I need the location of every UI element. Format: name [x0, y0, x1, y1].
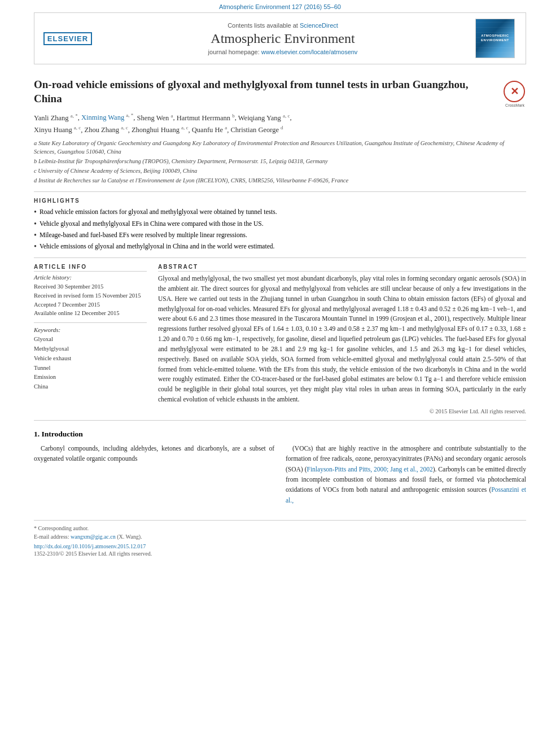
- abstract-section: ABSTRACT Glyoxal and methylglyoxal, the …: [158, 264, 526, 414]
- author-zhonghui-huang: Zhonghui Huang a, c: [132, 126, 189, 134]
- author-sheng-wen: Sheng Wen a: [137, 114, 173, 122]
- issn-line: 1352-2310/© 2015 Elsevier Ltd. All right…: [34, 551, 526, 557]
- journal-name: Atmospheric Environment: [93, 31, 473, 46]
- highlight-text-2: Vehicle glyoxal and methylglyoxal EFs in…: [40, 219, 264, 229]
- highlights-label: HIGHLIGHTS: [34, 198, 526, 204]
- separator-2: [34, 257, 526, 258]
- article-history-label: Article history:: [34, 274, 147, 281]
- bullet-2: •: [34, 219, 37, 229]
- author-hartmut-herrmann: Hartmut Herrmann b: [177, 114, 235, 122]
- homepage-line: journal homepage: www.elsevier.com/locat…: [93, 49, 473, 55]
- crossmark-icon: ✕: [504, 81, 525, 102]
- keyword-glyoxal: Glyoxal: [34, 335, 147, 344]
- journal-citation: Atmospheric Environment 127 (2016) 55–60: [0, 0, 560, 12]
- authors-list: Yanli Zhang a, *, Xinming Wang a, *, She…: [34, 111, 526, 135]
- intro-left-col: Carbonyl compounds, including aldehydes,…: [34, 443, 274, 509]
- crossmark-label: CrossMark: [504, 103, 526, 107]
- article-history: Article history: Received 30 September 2…: [34, 274, 147, 318]
- article-info-column: ARTICLE INFO Article history: Received 3…: [34, 264, 147, 414]
- affiliation-b: b Leibniz-Institut für Troposphärenforsc…: [34, 157, 526, 166]
- footnote-corresponding: * Corresponding author.: [34, 524, 526, 532]
- article-title: On-road vehicle emissions of glyoxal and…: [34, 78, 526, 106]
- bullet-4: •: [34, 242, 37, 252]
- footnote-email: E-mail address: wangxm@gig.ac.cn (X. Wan…: [34, 532, 526, 541]
- accepted-date: Accepted 7 December 2015: [34, 300, 147, 309]
- affiliation-a: a State Key Laboratory of Organic Geoche…: [34, 139, 526, 157]
- abstract-column: ABSTRACT Glyoxal and methylglyoxal, the …: [158, 264, 526, 414]
- elsevier-logo: ELSEVIER: [43, 32, 92, 45]
- available-date: Available online 12 December 2015: [34, 309, 147, 318]
- affiliations: a State Key Laboratory of Organic Geoche…: [34, 139, 526, 185]
- journal-thumbnail: ATMOSPHERIC ENVIRONMENT: [475, 19, 515, 58]
- keyword-vehicle-exhaust: Vehicle exhaust: [34, 354, 147, 364]
- highlight-item-4: • Vehicle emissions of glyoxal and methy…: [34, 242, 526, 252]
- intro-right-text: (VOCs) that are highly reactive in the a…: [286, 443, 526, 505]
- sciencedirect-link[interactable]: ScienceDirect: [300, 22, 338, 29]
- publisher-logo-area: ELSEVIER: [42, 32, 93, 45]
- thumb-text: ATMOSPHERIC ENVIRONMENT: [476, 32, 514, 45]
- highlights-section: HIGHLIGHTS • Road vehicle emission facto…: [34, 198, 526, 252]
- author-yanli-zhang: Yanli Zhang a, *: [34, 114, 78, 122]
- email-link[interactable]: wangxm@gig.ac.cn: [71, 534, 116, 540]
- journal-header: ELSEVIER Contents lists available at Sci…: [34, 12, 526, 64]
- keyword-methylglyoxal: Methylglyoxal: [34, 344, 147, 354]
- article-title-area: ✕ CrossMark On-road vehicle emissions of…: [34, 78, 526, 106]
- author-quanfu-he: Quanfu He a: [192, 126, 227, 134]
- highlight-text-3: Mileage-based and fuel-based EFs were re…: [40, 230, 247, 240]
- journal-thumbnail-area: ATMOSPHERIC ENVIRONMENT: [473, 19, 518, 58]
- intro-left-text: Carbonyl compounds, including aldehydes,…: [34, 443, 274, 464]
- keywords-subsection: Keywords: Glyoxal Methylglyoxal Vehicle …: [34, 326, 147, 392]
- received-revised-label: Received in revised form 15 November 201…: [34, 291, 147, 300]
- separator-3: [34, 420, 526, 421]
- intro-columns: Carbonyl compounds, including aldehydes,…: [34, 443, 526, 509]
- crossmark-area: ✕ CrossMark: [504, 81, 526, 103]
- intro-heading: 1. Introduction: [34, 430, 526, 439]
- highlight-item-2: • Vehicle glyoxal and methylglyoxal EFs …: [34, 219, 526, 229]
- article-info-label: ARTICLE INFO: [34, 264, 147, 272]
- abstract-label: ABSTRACT: [158, 264, 526, 272]
- bullet-3: •: [34, 230, 37, 241]
- author-zhou-zhang: Zhou Zhang a, c: [85, 126, 128, 134]
- introduction-section: 1. Introduction Carbonyl compounds, incl…: [34, 430, 526, 509]
- keywords-list: Glyoxal Methylglyoxal Vehicle exhaust Tu…: [34, 335, 147, 392]
- keywords-label: Keywords:: [34, 326, 147, 333]
- keyword-china: China: [34, 382, 147, 392]
- author-xinyu-huang: Xinyu Huang a, c: [34, 126, 81, 134]
- keyword-emission: Emission: [34, 373, 147, 382]
- article-info-section: ARTICLE INFO Article history: Received 3…: [34, 264, 147, 392]
- doi-line: http://dx.doi.org/10.1016/j.atmosenv.201…: [34, 543, 526, 549]
- main-content: ✕ CrossMark On-road vehicle emissions of…: [0, 64, 560, 568]
- keyword-tunnel: Tunnel: [34, 364, 147, 373]
- separator-1: [34, 191, 526, 192]
- author-christian-george: Christian George d: [230, 126, 283, 134]
- highlight-text-4: Vehicle emissions of glyoxal and methylg…: [40, 242, 274, 251]
- separator-ai: [34, 322, 147, 323]
- contents-line: Contents lists available at ScienceDirec…: [93, 22, 473, 29]
- received-date: Received 30 September 2015: [34, 282, 147, 291]
- ref-finlayson[interactable]: Finlayson-Pitts and Pitts, 2000; Jang et…: [307, 466, 433, 473]
- highlight-item-3: • Mileage-based and fuel-based EFs were …: [34, 230, 526, 241]
- copyright-line: © 2015 Elsevier Ltd. All rights reserved…: [158, 408, 526, 414]
- article-info-abstract-row: ARTICLE INFO Article history: Received 3…: [34, 264, 526, 414]
- homepage-link[interactable]: www.elsevier.com/locate/atmosenv: [261, 49, 358, 55]
- author-xinming-wang[interactable]: Xinming Wang: [81, 114, 124, 122]
- journal-info-center: Contents lists available at ScienceDirec…: [93, 22, 473, 55]
- affiliation-d: d Institut de Recherches sur la Catalyse…: [34, 176, 526, 185]
- doi-link[interactable]: http://dx.doi.org/10.1016/j.atmosenv.201…: [34, 543, 146, 549]
- highlight-text-1: Road vehicle emission factors for glyoxa…: [40, 207, 277, 217]
- intro-right-col: (VOCs) that are highly reactive in the a…: [286, 443, 526, 509]
- author-weiqiang-yang: Weiqiang Yang a, c: [238, 114, 290, 122]
- ref-possanzini[interactable]: Possanzini et al.,: [286, 486, 526, 503]
- footnotes-section: * Corresponding author. E-mail address: …: [34, 520, 526, 557]
- affiliation-c: c University of Chinese Academy of Scien…: [34, 167, 526, 176]
- highlight-item-1: • Road vehicle emission factors for glyo…: [34, 207, 526, 217]
- bullet-1: •: [34, 207, 37, 217]
- abstract-text: Glyoxal and methylglyoxal, the two small…: [158, 274, 526, 405]
